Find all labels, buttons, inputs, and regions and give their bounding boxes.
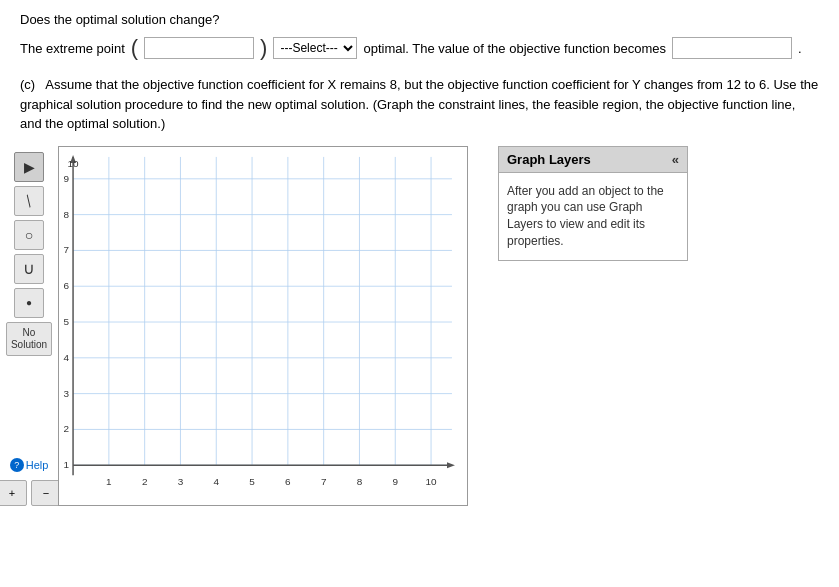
graph-layers-title: Graph Layers (507, 152, 591, 167)
open-paren: ( (131, 37, 138, 59)
svg-text:3: 3 (178, 476, 184, 487)
svg-text:4: 4 (213, 476, 219, 487)
svg-text:8: 8 (64, 208, 70, 219)
extreme-point-row: The extreme point ( ) ---Select--- is is… (20, 37, 819, 59)
optimal-select[interactable]: ---Select--- is is not (273, 37, 357, 59)
line-tool[interactable]: ∕ (14, 186, 44, 216)
part-c-text: Assume that the objective function coeff… (20, 77, 818, 131)
svg-text:10: 10 (68, 157, 80, 168)
extreme-point-label: The extreme point (20, 41, 125, 56)
bottom-toolbar: + − (0, 480, 61, 506)
toolbar: ▶ ∕ ○ ∪ ● No Solution ? Help + − (10, 146, 48, 506)
main-area: ▶ ∕ ○ ∪ ● No Solution ? Help + − (0, 142, 839, 506)
svg-text:7: 7 (64, 244, 70, 255)
top-section: Does the optimal solution change? The ex… (0, 0, 839, 67)
extreme-point-input[interactable] (144, 37, 254, 59)
part-c-section: (c) Assume that the objective function c… (0, 67, 839, 142)
graph-container: 1 2 3 4 5 6 7 8 9 10 1 2 3 4 5 6 7 8 9 (58, 146, 488, 506)
point-tool[interactable]: ● (14, 288, 44, 318)
graph-layers-header: Graph Layers « (498, 146, 688, 173)
svg-text:4: 4 (64, 351, 70, 362)
svg-text:1: 1 (64, 459, 70, 470)
help-link[interactable]: ? Help (10, 458, 49, 472)
optimal-text: optimal. The value of the objective func… (363, 41, 666, 56)
close-paren: ) (260, 37, 267, 59)
svg-text:9: 9 (392, 476, 398, 487)
svg-text:6: 6 (285, 476, 291, 487)
help-label: Help (26, 459, 49, 471)
right-panel: Graph Layers « After you add an object t… (498, 146, 688, 506)
zoom-in-button[interactable]: + (0, 480, 27, 506)
pointer-tool[interactable]: ▶ (14, 152, 44, 182)
graph-svg: 1 2 3 4 5 6 7 8 9 10 1 2 3 4 5 6 7 8 9 (59, 147, 467, 505)
line-icon: ∕ (22, 193, 37, 208)
svg-marker-22 (447, 462, 455, 468)
part-c-label: (c) (20, 77, 35, 92)
zoom-out-icon: − (43, 487, 49, 499)
period: . (798, 41, 802, 56)
question-text: Does the optimal solution change? (20, 12, 819, 27)
svg-text:3: 3 (64, 387, 70, 398)
curve-tool[interactable]: ∪ (14, 254, 44, 284)
svg-text:8: 8 (357, 476, 363, 487)
svg-text:5: 5 (249, 476, 255, 487)
circle-icon: ○ (25, 227, 33, 243)
graph-layers-body: After you add an object to the graph you… (498, 173, 688, 261)
no-solution-label: No Solution (11, 327, 47, 350)
point-icon: ● (26, 297, 32, 308)
svg-text:6: 6 (64, 280, 70, 291)
svg-text:10: 10 (426, 476, 438, 487)
svg-text:1: 1 (106, 476, 112, 487)
zoom-out-button[interactable]: − (31, 480, 61, 506)
graph-canvas[interactable]: 1 2 3 4 5 6 7 8 9 10 1 2 3 4 5 6 7 8 9 (58, 146, 468, 506)
svg-text:9: 9 (64, 172, 70, 183)
curve-icon: ∪ (23, 259, 35, 278)
objective-value-input[interactable] (672, 37, 792, 59)
svg-text:7: 7 (321, 476, 327, 487)
help-icon: ? (10, 458, 24, 472)
pointer-icon: ▶ (24, 159, 35, 175)
circle-tool[interactable]: ○ (14, 220, 44, 250)
collapse-button[interactable]: « (672, 152, 679, 167)
svg-text:2: 2 (64, 423, 70, 434)
svg-text:5: 5 (64, 316, 70, 327)
svg-text:2: 2 (142, 476, 148, 487)
zoom-in-icon: + (9, 487, 15, 499)
graph-layers-description: After you add an object to the graph you… (507, 184, 664, 248)
no-solution-button[interactable]: No Solution (6, 322, 52, 356)
